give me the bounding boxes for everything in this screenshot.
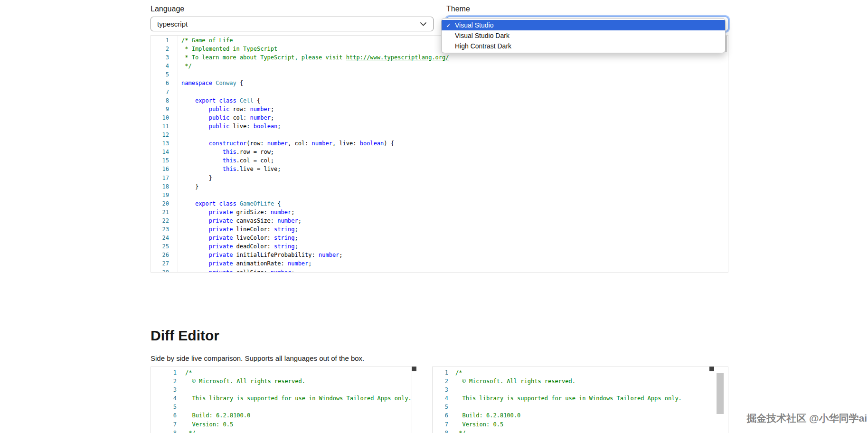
line-number: 4	[151, 394, 177, 403]
code-token: ;	[294, 243, 298, 250]
line-number: 17	[151, 174, 169, 182]
code-token: Cell	[240, 97, 254, 104]
code-text: private canvasSize: number;	[181, 216, 302, 225]
code-line: 4 This library is supported for use in W…	[433, 394, 728, 403]
code-token: private	[209, 235, 233, 241]
code-token: This library is supported for use in Win…	[185, 395, 412, 402]
code-token: string	[274, 226, 294, 233]
code-token	[236, 97, 240, 104]
code-text: */	[185, 429, 196, 433]
code-token: namespace	[181, 80, 212, 86]
line-number: 7	[151, 420, 177, 429]
gutter-spacer	[169, 191, 181, 199]
line-number: 7	[151, 88, 169, 96]
code-line: 15 this.col = col;	[151, 156, 728, 165]
theme-option[interactable]: ✓Visual Studio	[442, 20, 725, 30]
code-text: /*	[185, 368, 192, 377]
code-token: number	[250, 106, 271, 113]
code-token: Build: 6.2.8100.0	[455, 412, 520, 419]
code-token: number	[319, 252, 339, 258]
code-token	[216, 97, 219, 104]
code-text: Version: 0.5	[455, 420, 503, 429]
diff-editor-modified[interactable]: 1/*2 © Microsoft. All rights reserved.34…	[432, 367, 728, 433]
code-token: * Implemented in TypeScript	[181, 46, 277, 52]
line-number: 5	[151, 403, 177, 411]
editor-gutter-divider	[178, 36, 178, 272]
line-number: 3	[151, 386, 177, 394]
code-line: 5	[433, 403, 728, 411]
code-token: number	[267, 140, 288, 147]
code-token: http://www.typescriptlang.org/	[346, 54, 449, 61]
code-token: initialLifeProbability:	[233, 252, 319, 258]
line-number: 1	[151, 368, 177, 377]
code-text: © Microsoft. All rights reserved.	[185, 377, 305, 386]
line-number: 6	[151, 411, 177, 420]
gutter-spacer	[169, 182, 181, 191]
code-token: private	[209, 269, 233, 273]
code-token: ;	[308, 260, 311, 267]
line-number: 4	[433, 394, 448, 403]
gutter-spacer	[169, 113, 181, 122]
code-line: 5	[151, 70, 728, 79]
code-token: */	[185, 430, 196, 433]
code-line: 13 constructor(row: number, col: number,…	[151, 139, 728, 148]
gutter-spacer	[169, 96, 181, 105]
overview-ruler-mark	[709, 367, 714, 371]
gutter-spacer	[177, 420, 185, 429]
line-number: 9	[151, 105, 169, 113]
code-token	[181, 200, 195, 207]
code-token: Build: 6.2.8100.0	[185, 412, 250, 419]
gutter-spacer	[169, 36, 181, 45]
code-text: export class GameOfLife {	[181, 199, 281, 208]
code-token	[236, 200, 240, 207]
code-token: /* Game of Life	[181, 37, 233, 44]
line-number: 28	[151, 268, 169, 273]
code-line: 8 */	[433, 429, 728, 433]
code-token	[181, 217, 209, 224]
code-token: Version: 0.5	[455, 421, 503, 428]
overview-ruler-mark	[412, 367, 416, 371]
code-line: 3 * To learn more about TypeScript, plea…	[151, 53, 728, 62]
code-token	[181, 226, 209, 233]
gutter-spacer	[169, 45, 181, 53]
code-text: Build: 6.2.8100.0	[455, 411, 520, 420]
code-text: this.row = row;	[181, 148, 274, 156]
code-token: }	[181, 175, 212, 181]
code-token: {	[274, 200, 281, 207]
gutter-spacer	[169, 70, 181, 79]
code-token: ;	[294, 226, 298, 233]
code-token: ;	[291, 209, 294, 216]
code-token: }	[181, 183, 198, 190]
code-text: */	[455, 429, 466, 433]
line-number: 19	[151, 191, 169, 199]
code-editor[interactable]: 1/* Game of Life2 * Implemented in TypeS…	[151, 35, 728, 273]
language-select[interactable]: typescript	[151, 17, 434, 31]
theme-option[interactable]: High Contrast Dark	[442, 41, 725, 51]
code-token: public	[209, 114, 229, 121]
page: Language typescript Theme ✓Visual Studio…	[0, 0, 868, 433]
code-token: canvasSize:	[233, 217, 277, 224]
theme-option[interactable]: Visual Studio Dark	[442, 30, 725, 41]
line-number: 14	[151, 148, 169, 156]
gutter-spacer	[177, 403, 185, 411]
code-token: public	[209, 123, 229, 130]
gutter-spacer	[169, 88, 181, 96]
code-token	[181, 123, 209, 130]
code-token: number	[271, 209, 291, 216]
code-token: {	[254, 97, 260, 104]
diff-scrollbar-thumb[interactable]	[717, 373, 724, 414]
code-text: public row: number;	[181, 105, 274, 113]
diff-editor-original[interactable]: 1/*2 © Microsoft. All rights reserved.34…	[151, 367, 412, 433]
code-token	[181, 243, 209, 250]
line-number: 21	[151, 208, 169, 216]
code-token	[181, 97, 195, 104]
code-token: ;	[294, 235, 298, 241]
gutter-spacer	[169, 225, 181, 234]
code-line: 27 private animationRate: number;	[151, 259, 728, 268]
code-token: col:	[229, 114, 250, 121]
code-token: ;	[291, 269, 294, 273]
code-text: private deadColor: string;	[181, 242, 298, 251]
code-line: 20 export class GameOfLife {	[151, 199, 728, 208]
code-line: 3	[151, 386, 412, 394]
code-text: public live: boolean;	[181, 122, 281, 131]
